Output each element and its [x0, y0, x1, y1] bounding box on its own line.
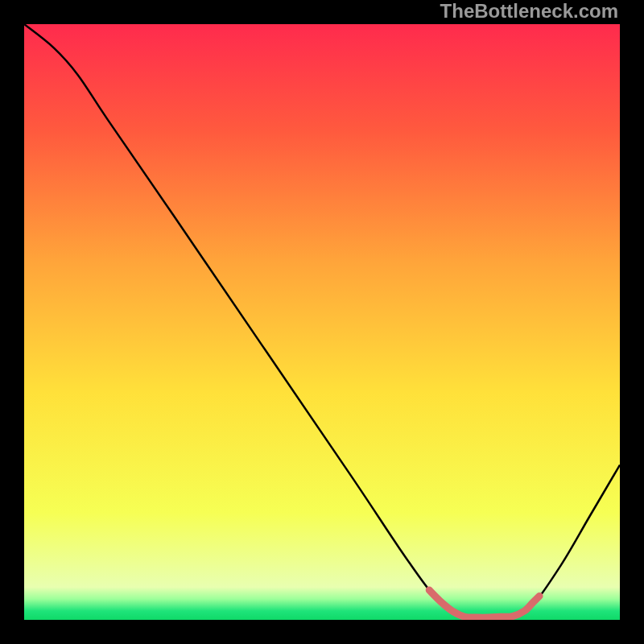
chart-background-gradient [24, 24, 620, 620]
watermark-text: TheBottleneck.com [0, 0, 644, 24]
chart-plot-area [24, 24, 620, 620]
chart-svg [24, 24, 620, 620]
